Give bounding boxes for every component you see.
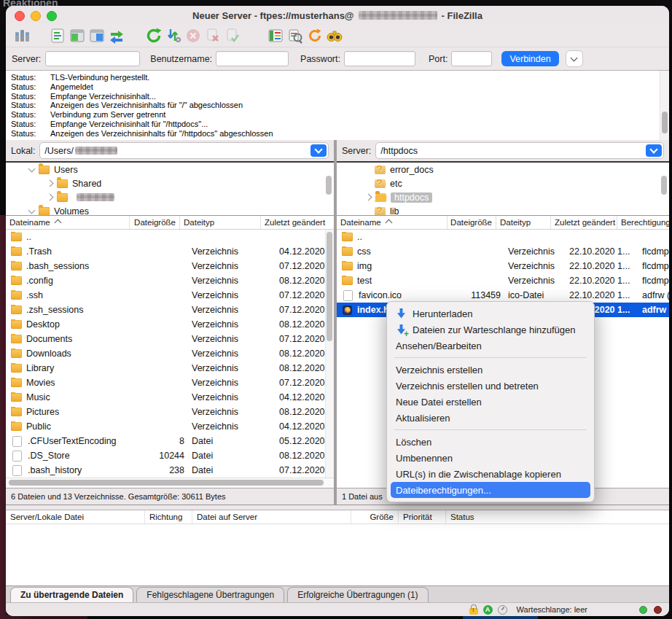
menu-item[interactable]: Herunterladen (387, 305, 594, 322)
directory-comparison-button[interactable] (285, 26, 305, 45)
file-row[interactable]: Movies Verzeichnis 07.12.2020 (6, 375, 334, 390)
local-horizontal-scrollbar[interactable] (6, 478, 334, 488)
local-path-dropdown-button[interactable] (310, 144, 327, 157)
file-row[interactable]: .ssh Verzeichnis 07.12.2020 (6, 288, 334, 303)
synchronized-browsing-button[interactable] (305, 26, 324, 45)
file-row[interactable]: css Verzeichnis 22.10.2020 1... flcdmpe (337, 244, 669, 259)
column-header-modified[interactable]: Zuletzt geändert (551, 216, 617, 229)
tree-item[interactable]: Volumes (6, 204, 334, 216)
tab-files-to-transfer[interactable]: Zu übertragende Dateien (10, 587, 133, 602)
column-header-name[interactable]: Dateiname (337, 216, 448, 229)
file-row[interactable]: Library Verzeichnis 08.12.2020 (6, 361, 334, 375)
tree-item[interactable]: httpdocs (337, 190, 669, 204)
menu-item[interactable]: Umbenennen (387, 450, 594, 466)
column-header-size[interactable]: Dateigröße (130, 216, 180, 229)
remote-path-dropdown-button[interactable] (646, 144, 662, 157)
refresh-button[interactable] (144, 26, 163, 45)
reconnect-button[interactable] (222, 26, 242, 45)
quickconnect-button[interactable]: Verbinden (501, 51, 558, 66)
toggle-message-log-button[interactable] (47, 26, 67, 45)
column-header-type[interactable]: Dateityp (180, 216, 261, 229)
menu-item[interactable] (387, 354, 594, 362)
transfer-type-auto-icon[interactable]: A (483, 605, 493, 615)
tab-successful-transfers[interactable]: Erfolgreiche Übertragungen (1) (287, 587, 428, 602)
column-header-name[interactable]: Dateiname (6, 216, 130, 229)
file-row[interactable]: Desktop Verzeichnis 08.12.2020 (6, 317, 334, 332)
tree-item[interactable] (6, 190, 334, 204)
column-header-local-file[interactable]: Server/Lokale Datei (6, 510, 145, 523)
column-header-priority[interactable]: Priorität (399, 510, 446, 523)
tree-expander-icon[interactable] (28, 206, 36, 214)
file-row[interactable]: .config Verzeichnis 08.12.2020 (6, 273, 334, 288)
log-scrollbar[interactable] (660, 71, 669, 141)
disconnect-button[interactable] (203, 26, 222, 45)
column-header-permissions[interactable]: Berechtigungen (617, 216, 669, 229)
quickconnect-dropdown-button[interactable] (566, 50, 583, 67)
tree-item[interactable]: error_docs (337, 163, 669, 176)
password-input[interactable] (344, 51, 415, 66)
file-row[interactable]: .zsh_sessions Verzeichnis 07.12.2020 (6, 303, 334, 317)
tree-item[interactable]: Users (6, 163, 334, 176)
column-header-type[interactable]: Dateityp (496, 216, 551, 229)
file-row[interactable]: test Verzeichnis 22.10.2020 1... flcdmpe (337, 273, 669, 288)
toggle-remote-tree-button[interactable] (87, 26, 106, 45)
file-search-button[interactable] (324, 26, 344, 45)
column-header-size[interactable]: Größe (351, 510, 399, 523)
file-row[interactable]: .CFUserTextEncoding 8 Datei 05.12.2020 (6, 434, 334, 448)
minimize-window-button[interactable] (31, 11, 41, 21)
file-row[interactable]: .. (6, 230, 334, 244)
column-header-direction[interactable]: Richtung (145, 510, 192, 523)
tree-item[interactable]: etc (337, 176, 669, 190)
filter-button[interactable] (265, 26, 285, 45)
file-row[interactable]: .bash_sessions Verzeichnis 07.12.2020 (6, 259, 334, 273)
remote-path-combo[interactable]: /httpdocs (375, 142, 664, 159)
menu-item[interactable]: Verzeichnis erstellen und betreten (387, 378, 594, 394)
file-row[interactable]: .DS_Store 10244 Datei 08.12.2020 (6, 448, 334, 463)
local-tree-scrollbar[interactable] (326, 164, 332, 214)
file-row[interactable]: favicon.ico 113459 ico-Datei 22.10.2020 … (337, 288, 669, 303)
file-row[interactable]: img Verzeichnis 22.10.2020 1... flcdmpe (337, 259, 669, 273)
tab-failed-transfers[interactable]: Fehlgeschlagene Übertragungen (136, 587, 284, 602)
menu-item[interactable]: Aktualisieren (387, 410, 594, 426)
process-queue-button[interactable] (163, 26, 183, 45)
column-header-remote-file[interactable]: Datei auf Server (192, 510, 351, 523)
zoom-window-button[interactable] (47, 11, 57, 21)
menu-item[interactable]: Verzeichnis erstellen (387, 362, 594, 378)
column-header-size[interactable]: Dateigröße (448, 216, 496, 229)
tree-item[interactable]: Shared (6, 176, 334, 190)
file-row[interactable]: Documents Verzeichnis 07.12.2020 (6, 332, 334, 346)
tree-item[interactable]: lib (337, 204, 669, 216)
file-row[interactable]: .Trash Verzeichnis 04.12.2020 (6, 244, 334, 259)
site-manager-button[interactable] (12, 26, 31, 45)
file-row[interactable]: Music Verzeichnis 04.12.2020 (6, 390, 334, 405)
tree-expander-icon[interactable] (47, 180, 54, 187)
file-row[interactable]: Pictures Verzeichnis 08.12.2020 (6, 405, 334, 419)
log-scrollbar-thumb[interactable] (662, 112, 668, 133)
menu-item[interactable]: URL(s) in die Zwischenablage kopieren (387, 466, 594, 482)
local-vertical-scrollbar[interactable] (325, 230, 334, 478)
menu-item[interactable]: Neue Datei erstellen (387, 394, 594, 410)
encryption-lock-icon[interactable] (469, 608, 478, 615)
local-path-combo[interactable]: /Users/ (39, 142, 329, 159)
menu-item[interactable]: Ansehen/Bearbeiten (387, 338, 594, 354)
menu-item[interactable]: Dateiberechtigungen... (391, 482, 590, 498)
server-input[interactable] (45, 51, 140, 66)
scrollbar-thumb[interactable] (327, 232, 332, 341)
tree-expander-icon[interactable] (365, 194, 372, 201)
column-header-modified[interactable]: Zuletzt geändert (261, 216, 334, 229)
scrollbar-thumb[interactable] (9, 480, 324, 486)
column-header-status[interactable]: Status (446, 510, 669, 523)
file-row[interactable]: Public Verzeichnis 04.12.2020 (6, 419, 334, 434)
menu-item[interactable] (387, 426, 594, 434)
menu-item[interactable]: Löschen (387, 434, 594, 450)
scrollbar-thumb[interactable] (326, 176, 332, 195)
cancel-operation-button[interactable] (183, 26, 203, 45)
speed-limit-icon[interactable] (498, 605, 507, 615)
tree-expander-icon[interactable] (47, 194, 54, 201)
close-window-button[interactable] (15, 11, 25, 21)
username-input[interactable] (216, 51, 289, 66)
toggle-transfer-queue-button[interactable] (106, 26, 126, 45)
file-row[interactable]: .. (337, 230, 669, 244)
port-input[interactable] (451, 51, 492, 66)
menu-item[interactable]: Dateien zur Warteschlange hinzufügen (387, 322, 594, 338)
